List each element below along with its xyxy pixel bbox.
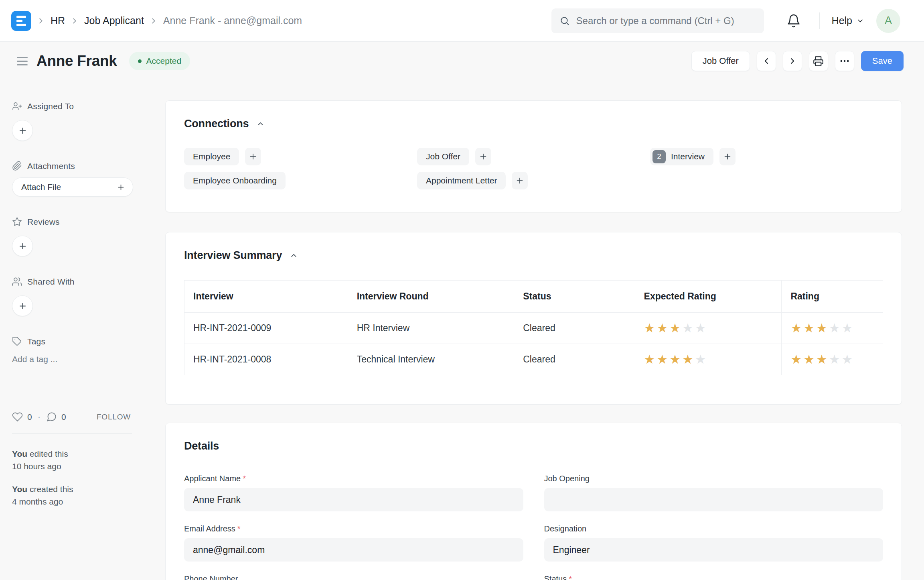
connection-pill-appointment-letter[interactable]: Appointment Letter bbox=[417, 172, 506, 189]
add-assignment-button[interactable] bbox=[12, 120, 33, 141]
column-header-expected-rating: Expected Rating bbox=[635, 281, 782, 313]
job-opening-input[interactable] bbox=[544, 488, 883, 511]
chevron-up-icon bbox=[256, 120, 265, 128]
star-icon: ★ bbox=[695, 321, 708, 335]
tags-label: Tags bbox=[27, 337, 45, 346]
star-icon: ★ bbox=[803, 321, 816, 335]
navbar-divider bbox=[819, 12, 820, 29]
star-rating: ★★★★★ bbox=[644, 352, 708, 366]
notifications-button[interactable] bbox=[786, 14, 801, 28]
cell-interview[interactable]: HR-INT-2021-0008 bbox=[184, 344, 348, 375]
help-menu[interactable]: Help bbox=[832, 15, 864, 26]
star-icon: ★ bbox=[842, 352, 855, 366]
connection-pill-job-offer[interactable]: Job Offer bbox=[417, 148, 469, 165]
cell-expected-rating: ★★★★★ bbox=[635, 313, 782, 344]
print-button[interactable] bbox=[809, 51, 828, 71]
add-job-offer-button[interactable] bbox=[475, 148, 491, 165]
reviews-section: Reviews bbox=[12, 217, 141, 256]
collapse-connections-button[interactable] bbox=[256, 120, 265, 128]
column-header-interview: Interview bbox=[184, 281, 348, 313]
field-label: Email Address* bbox=[184, 524, 523, 533]
add-employee-button[interactable] bbox=[245, 148, 261, 165]
connection-label: Employee Onboarding bbox=[193, 176, 277, 185]
reviews-label: Reviews bbox=[27, 217, 60, 227]
attachments-label: Attachments bbox=[27, 161, 75, 171]
column-header-interview-round: Interview Round bbox=[348, 281, 514, 313]
attach-file-button[interactable]: Attach File bbox=[12, 177, 133, 197]
table-header-row: InterviewInterview RoundStatusExpected R… bbox=[184, 281, 883, 313]
star-icon: ★ bbox=[829, 321, 842, 335]
details-card: Details Applicant Name*Job OpeningEmail … bbox=[165, 423, 902, 580]
connection-pill-employee-onboarding[interactable]: Employee Onboarding bbox=[184, 172, 286, 189]
shared-with-label: Shared With bbox=[27, 277, 75, 287]
table-row: HR-INT-2021-0008Technical InterviewClear… bbox=[184, 344, 883, 375]
star-icon: ★ bbox=[790, 352, 803, 366]
connections-card: Connections EmployeeEmployee OnboardingJ… bbox=[165, 100, 902, 212]
sidebar-toggle-button[interactable] bbox=[17, 57, 28, 65]
cell-interview-round: Technical Interview bbox=[348, 344, 514, 375]
connection-label: Job Offer bbox=[426, 152, 460, 161]
star-icon: ★ bbox=[669, 352, 682, 366]
form-body: Connections EmployeeEmployee OnboardingJ… bbox=[153, 80, 924, 580]
count-badge: 2 bbox=[652, 150, 666, 163]
search-icon bbox=[559, 16, 570, 26]
add-appointment-letter-button[interactable] bbox=[512, 172, 528, 189]
details-title: Details bbox=[184, 440, 219, 452]
user-avatar[interactable]: A bbox=[876, 9, 900, 33]
app-logo[interactable] bbox=[11, 11, 31, 31]
required-asterisk: * bbox=[243, 474, 246, 483]
breadcrumb-hr[interactable]: HR bbox=[51, 15, 65, 26]
activity-entry: You created this4 months ago bbox=[12, 483, 141, 508]
star-icon: ★ bbox=[682, 352, 695, 366]
breadcrumb-current: Anne Frank - anne@gmail.com bbox=[163, 15, 302, 26]
sidebar-divider bbox=[12, 433, 132, 434]
prev-record-button[interactable] bbox=[757, 51, 776, 71]
top-navbar: HR Job Applicant Anne Frank - anne@gmail… bbox=[0, 0, 924, 42]
page-title: Anne Frank bbox=[36, 53, 117, 69]
global-search[interactable] bbox=[551, 8, 764, 33]
add-review-button[interactable] bbox=[12, 236, 33, 256]
status-label: Accepted bbox=[146, 56, 182, 66]
cell-status: Cleared bbox=[514, 313, 635, 344]
activity-entry: You edited this10 hours ago bbox=[12, 448, 141, 472]
star-icon: ★ bbox=[816, 352, 829, 366]
tags-section: Tags Add a tag ... bbox=[12, 336, 141, 364]
add-interview-button[interactable] bbox=[719, 148, 736, 165]
cell-interview[interactable]: HR-INT-2021-0009 bbox=[184, 313, 348, 344]
interview-summary-table: InterviewInterview RoundStatusExpected R… bbox=[184, 280, 883, 375]
form-field-job-opening: Job Opening bbox=[544, 474, 883, 511]
save-button[interactable]: Save bbox=[861, 51, 904, 71]
erpnext-logo-icon bbox=[15, 15, 27, 27]
comments-button[interactable] bbox=[46, 411, 57, 422]
connection-pill-employee[interactable]: Employee bbox=[184, 148, 239, 165]
form-sidebar: Assigned To Attachments Attach File bbox=[0, 80, 153, 518]
applicant-name-input[interactable] bbox=[184, 488, 523, 511]
table-row: HR-INT-2021-0009HR InterviewCleared★★★★★… bbox=[184, 313, 883, 344]
star-rating: ★★★★★ bbox=[790, 321, 854, 335]
help-label: Help bbox=[832, 15, 852, 26]
cell-rating: ★★★★★ bbox=[782, 344, 883, 375]
plus-icon bbox=[479, 152, 488, 161]
connections-grid: EmployeeEmployee OnboardingJob OfferAppo… bbox=[184, 148, 883, 189]
add-tag-input[interactable]: Add a tag ... bbox=[12, 354, 141, 364]
search-input[interactable] bbox=[576, 15, 756, 26]
plus-icon bbox=[18, 242, 27, 251]
add-share-button[interactable] bbox=[12, 295, 33, 316]
designation-input[interactable] bbox=[544, 538, 883, 562]
collapse-interview-summary-button[interactable] bbox=[290, 251, 298, 260]
connection-pill-interview[interactable]: 2Interview bbox=[650, 148, 713, 165]
email-address-input[interactable] bbox=[184, 538, 523, 562]
more-menu-button[interactable] bbox=[835, 51, 854, 71]
status-dot-icon bbox=[138, 59, 142, 63]
plus-icon bbox=[249, 152, 257, 161]
like-button[interactable] bbox=[12, 411, 23, 422]
job-offer-button[interactable]: Job Offer bbox=[691, 51, 750, 71]
next-record-button[interactable] bbox=[783, 51, 802, 71]
required-asterisk: * bbox=[237, 524, 241, 533]
plus-icon bbox=[515, 176, 524, 185]
form-field-status: Status* bbox=[544, 574, 883, 580]
attachments-section: Attachments Attach File bbox=[12, 161, 141, 197]
follow-button[interactable]: FOLLOW bbox=[97, 413, 131, 421]
chevron-left-icon bbox=[762, 56, 771, 66]
breadcrumb-job-applicant[interactable]: Job Applicant bbox=[84, 15, 144, 26]
